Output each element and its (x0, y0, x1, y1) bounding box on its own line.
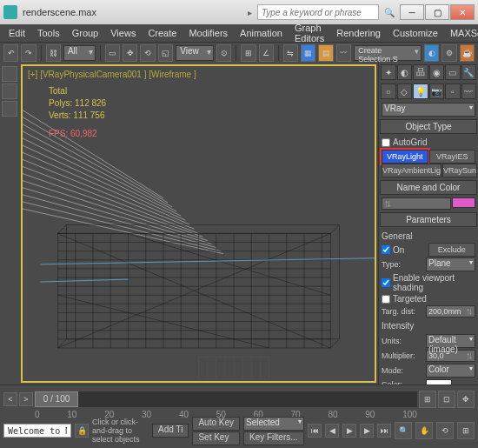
viewport-label[interactable]: [+] [VRayPhysicalCamera001 ] [Wireframe … (28, 70, 196, 79)
svg-line-5 (23, 145, 185, 220)
units-dropdown[interactable]: Default (image) (426, 334, 475, 348)
helpers-tab[interactable]: ▫ (445, 84, 461, 99)
menu-animation[interactable]: Animation (235, 26, 288, 40)
menu-edit[interactable]: Edit (3, 26, 30, 40)
rotate-button[interactable]: ⟲ (140, 44, 155, 62)
menu-create[interactable]: Create (143, 26, 182, 40)
targeted-checkbox[interactable] (382, 295, 390, 304)
script-listener[interactable] (3, 424, 71, 438)
left-toolbar (0, 63, 19, 384)
viewport-zoom[interactable]: 🔍 (395, 422, 412, 439)
angle-snap-button[interactable]: ∠ (259, 44, 274, 62)
refcoord-dropdown[interactable]: View (176, 45, 214, 61)
menu-group[interactable]: Group (67, 26, 104, 40)
left-tab-2[interactable] (2, 84, 17, 99)
viewport-pan[interactable]: ✋ (415, 422, 433, 439)
vraysun-button[interactable]: VRaySun (442, 164, 477, 177)
keyfilters-button[interactable]: Key Filters... (243, 431, 304, 445)
snap-button[interactable]: ⊞ (241, 44, 256, 62)
play-button[interactable]: ▶ (342, 424, 356, 438)
svg-line-0 (23, 110, 163, 198)
time-thumb[interactable]: 0 / 100 (35, 391, 78, 407)
targdist-spinner[interactable]: 200,0mm (426, 305, 475, 318)
menu-rendering[interactable]: Rendering (331, 26, 386, 40)
time-slider[interactable]: 0 / 100 0102030405060708090100 (35, 391, 417, 407)
mode-dropdown[interactable]: Color (426, 364, 475, 378)
group-dropdown[interactable]: All (63, 45, 96, 61)
material-editor-button[interactable]: ◐ (424, 44, 439, 62)
enable-vp-checkbox[interactable] (382, 278, 390, 287)
svg-line-10 (23, 181, 208, 241)
viewport-nav-3[interactable]: ✥ (457, 391, 475, 408)
viewport-nav-1[interactable]: ⊞ (419, 391, 436, 408)
svg-line-12 (23, 195, 216, 248)
play-next[interactable]: ▶ (360, 424, 374, 438)
menu-maxscript[interactable]: MAXScript (445, 26, 478, 40)
display-tab[interactable]: ▭ (445, 64, 461, 80)
align-button[interactable]: ▦ (301, 44, 315, 62)
menu-views[interactable]: Views (105, 26, 141, 40)
motion-tab[interactable]: ◉ (429, 64, 445, 80)
hierarchy-tab[interactable]: 品 (413, 64, 428, 80)
menu-customize[interactable]: Customize (388, 26, 443, 40)
center-button[interactable]: ⊙ (216, 44, 231, 62)
svg-line-13 (23, 202, 221, 251)
viewport-orbit[interactable]: ⟲ (436, 422, 454, 439)
vraylight-button[interactable]: VRayLight (382, 150, 428, 164)
close-button[interactable]: ✕ (450, 4, 475, 20)
render-setup-button[interactable]: ⚙ (441, 44, 456, 62)
layer-button[interactable]: ▤ (318, 44, 333, 62)
params-header[interactable]: Parameters (380, 212, 477, 227)
renderer-dropdown[interactable]: VRay (382, 103, 475, 117)
select-button[interactable]: ▭ (105, 44, 120, 62)
cameras-tab[interactable]: 📷 (429, 84, 445, 99)
redo-button[interactable]: ↷ (21, 44, 36, 62)
move-button[interactable]: ✥ (123, 44, 137, 62)
viewport-stats: Total Polys: 112 826 Verts: 111 756 (49, 85, 106, 122)
shapes-tab[interactable]: ◇ (397, 84, 413, 99)
maximize-button[interactable]: ▢ (425, 4, 449, 20)
object-name-input[interactable] (382, 197, 451, 210)
play-end[interactable]: ⏭ (377, 424, 391, 438)
exclude-button[interactable]: Exclude (428, 243, 476, 257)
keymode-dropdown[interactable]: Selected (243, 417, 304, 431)
vrayies-button[interactable]: VRayIES (429, 150, 476, 164)
menu-modifiers[interactable]: Modifiers (183, 26, 233, 40)
object-type-header[interactable]: Object Type (380, 119, 477, 134)
scale-button[interactable]: ◱ (158, 44, 173, 62)
play-prev[interactable]: ◀ (325, 424, 339, 438)
play-start[interactable]: ⏮ (308, 424, 322, 438)
title-dropdown-icon[interactable]: ▸ (248, 8, 252, 17)
undo-button[interactable]: ↶ (3, 44, 18, 62)
space-tab[interactable]: 〰 (461, 84, 477, 99)
help-icon[interactable]: 🔍 (384, 8, 395, 17)
on-checkbox[interactable] (382, 245, 390, 254)
lock-icon[interactable]: 🔒 (75, 424, 89, 438)
link-button[interactable]: ⛓ (46, 44, 61, 62)
named-selection-dropdown[interactable]: Create Selection S (354, 45, 422, 61)
lights-tab[interactable]: 💡 (413, 84, 428, 99)
autogrid-checkbox[interactable] (382, 138, 390, 147)
namecolor-header[interactable]: Name and Color (380, 180, 477, 195)
keyword-search-input[interactable] (257, 4, 379, 20)
timeline-prev[interactable]: < (3, 392, 17, 406)
geo-tab[interactable]: ○ (381, 84, 396, 99)
utilities-tab[interactable]: 🔧 (461, 64, 477, 80)
render-button[interactable]: ☕ (460, 44, 475, 62)
vrayambient-button[interactable]: VRayAmbientLig (382, 164, 441, 177)
curve-button[interactable]: 〰 (336, 44, 351, 62)
create-tab[interactable]: ✦ (381, 64, 396, 80)
viewport-max[interactable]: ⊞ (457, 422, 475, 439)
setkey-button[interactable]: Set Key (192, 431, 240, 445)
left-tab-1[interactable] (2, 66, 17, 82)
left-tab-3[interactable] (2, 101, 17, 117)
menu-tools[interactable]: Tools (32, 26, 65, 40)
addtime-button[interactable]: Add Ti (152, 424, 189, 438)
minimize-button[interactable]: ─ (400, 4, 424, 20)
object-color-swatch[interactable] (452, 197, 475, 208)
viewport-nav-2[interactable]: ⊡ (438, 391, 455, 408)
modify-tab[interactable]: ◐ (397, 64, 413, 80)
mirror-button[interactable]: ⇋ (283, 44, 298, 62)
viewport[interactable]: [+] [VRayPhysicalCamera001 ] [Wireframe … (21, 64, 376, 383)
type-dropdown[interactable]: Plane (426, 257, 475, 271)
